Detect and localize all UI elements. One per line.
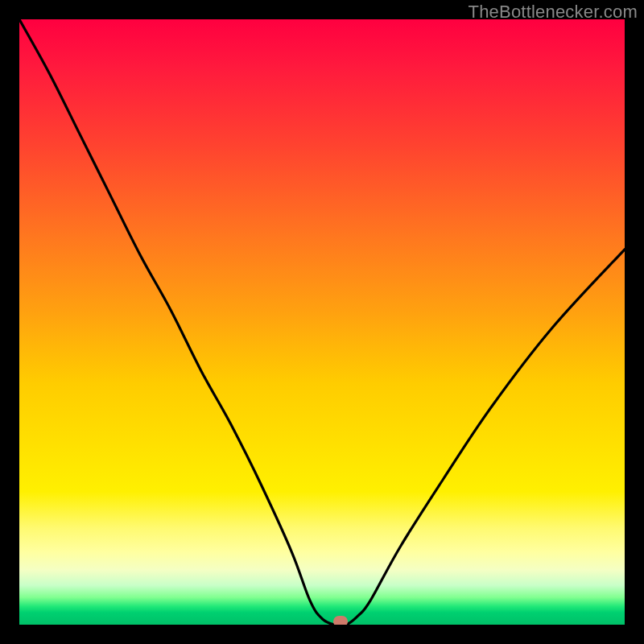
plot-area: [19, 19, 625, 625]
attribution-text: TheBottlenecker.com: [469, 2, 638, 23]
optimum-marker: [333, 616, 348, 625]
chart-frame: TheBottlenecker.com: [0, 0, 644, 644]
curve-layer: [19, 19, 625, 625]
bottleneck-curve: [19, 19, 625, 625]
